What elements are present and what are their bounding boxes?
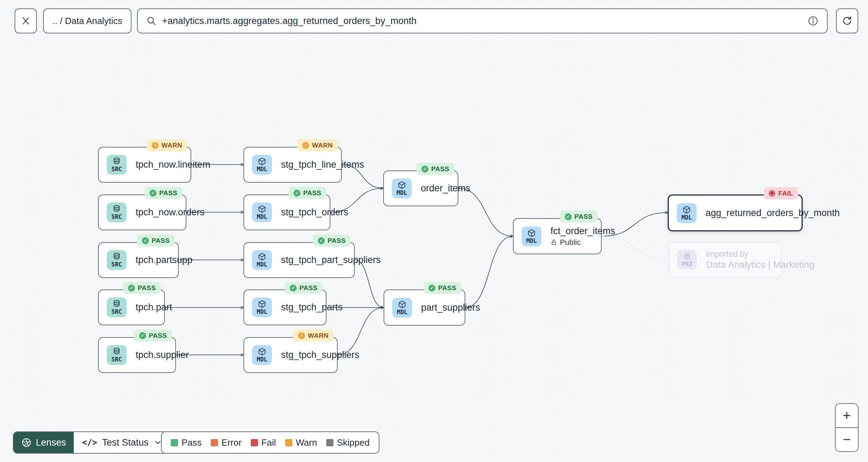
status-pass-icon: ✓ — [290, 285, 297, 292]
graph-node-part_suppliers[interactable]: ✓PASSMDLpart_suppliers — [384, 289, 465, 326]
kind-label: SRC — [111, 309, 122, 315]
kind-label: MDL — [257, 357, 267, 363]
cube-icon — [257, 205, 267, 214]
mdl-badge: MDL — [677, 203, 697, 223]
kind-label: MDL — [257, 262, 267, 268]
node-label: part_suppliers — [421, 302, 480, 313]
status-badge: !WARN — [297, 139, 338, 151]
status-badge: !WARN — [293, 329, 333, 342]
zoom-in-button[interactable]: + — [836, 404, 858, 428]
breadcrumb[interactable]: .. / Data Analytics — [43, 8, 131, 33]
status-label: PASS — [149, 332, 167, 340]
kind-label: SRC — [111, 166, 122, 173]
graph-node-tpch_now_lineitem[interactable]: !WARNSRCtpch_now.lineitem — [98, 147, 191, 183]
status-label: PASS — [299, 284, 318, 292]
node-access-label: Public — [560, 238, 581, 247]
kind-label: MDL — [257, 166, 267, 173]
status-badge: ✓PASS — [137, 234, 175, 247]
node-label: tpch_now.orders — [136, 207, 204, 218]
kind-label: MDL — [397, 309, 408, 316]
graph-node-stg_tpch_part_suppliers[interactable]: ✓PASSMDLstg_tpch_part_suppliers — [243, 242, 355, 278]
cube-icon — [257, 300, 267, 309]
status-badge: ✓PASS — [285, 282, 322, 294]
graph-node-stg_tpch_parts[interactable]: ✓PASSMDLstg_tpch_parts — [243, 289, 327, 325]
legend-item-skipped: Skipped — [326, 437, 370, 448]
mdl-badge: MDL — [392, 298, 412, 318]
graph-node-tpch_part[interactable]: ✓PASSSRCtpch.part — [98, 289, 165, 325]
status-badge: ✓PASS — [289, 187, 326, 199]
status-label: PASS — [438, 284, 456, 292]
kind-label: SRC — [111, 214, 122, 220]
prj-badge: PRJ — [677, 250, 697, 270]
status-label: WARN — [308, 332, 329, 340]
graph-node-tpch_partsupp[interactable]: ✓PASSSRCtpch.partsupp — [98, 242, 179, 278]
cube-icon — [257, 347, 267, 357]
src-badge: SRC — [107, 202, 127, 222]
status-label: PASS — [152, 237, 170, 245]
refresh-icon — [842, 15, 853, 26]
node-label: tpch.part — [136, 302, 172, 313]
kind-label: MDL — [257, 214, 267, 220]
search-input[interactable] — [162, 16, 802, 26]
status-label: PASS — [159, 189, 177, 197]
close-icon — [21, 16, 31, 26]
kind-label: MDL — [681, 215, 692, 221]
close-button[interactable] — [15, 8, 37, 33]
lock-open-icon — [550, 239, 557, 246]
kind-label: PRJ — [682, 261, 692, 268]
database-icon — [112, 347, 121, 357]
status-fail-icon: ✕ — [769, 190, 775, 197]
graph-node-stg_tpch_suppliers[interactable]: !WARNMDLstg_tpch_suppliers — [243, 337, 338, 373]
status-badge: ✓PASS — [123, 282, 161, 294]
src-badge: SRC — [107, 297, 127, 317]
status-badge: ✓PASS — [313, 234, 351, 247]
lenses-button[interactable]: Lenses — [14, 432, 74, 453]
status-pass-icon: ✓ — [428, 285, 435, 292]
mdl-badge: MDL — [252, 297, 272, 317]
status-badge: ✓PASS — [145, 187, 182, 199]
zoom-out-button[interactable]: − — [836, 428, 858, 451]
lineage-edge — [355, 260, 384, 308]
legend-swatch — [251, 439, 258, 446]
graph-node-fct_order_items[interactable]: ✓PASSMDLfct_order_itemsPublic — [513, 218, 602, 254]
src-badge: SRC — [107, 250, 127, 270]
info-icon[interactable] — [807, 15, 819, 26]
database-icon — [112, 205, 121, 214]
cube-icon — [397, 300, 407, 309]
status-badge: ✓PASS — [134, 329, 172, 342]
kind-label: MDL — [526, 238, 537, 244]
graph-node-stg_tpch_orders[interactable]: ✓PASSMDLstg_tpch_orders — [243, 194, 330, 230]
search-icon — [146, 16, 156, 26]
legend-item-error: Error — [211, 437, 242, 448]
graph-node-order_items[interactable]: ✓PASSMDLorder_items — [383, 170, 458, 206]
cube-icon — [257, 252, 267, 262]
cube-icon — [257, 157, 267, 166]
mdl-badge: MDL — [522, 226, 541, 246]
status-badge: !WARN — [147, 139, 187, 151]
search-bar — [137, 8, 828, 33]
node-imported-by: Imported by — [706, 249, 814, 259]
mdl-badge: MDL — [252, 250, 272, 270]
cube-icon — [397, 181, 407, 190]
legend-swatch — [285, 439, 292, 446]
graph-node-stg_tpch_line_items[interactable]: !WARNMDLstg_tpch_line_items — [243, 147, 342, 183]
status-pass-icon: ✓ — [139, 332, 146, 339]
graph-node-tpch_supplier[interactable]: ✓PASSSRCtpch.supplier — [98, 337, 176, 373]
legend-swatch — [211, 439, 218, 446]
node-text: Imported byData Analytics | Marketing — [706, 249, 814, 270]
lens-selector[interactable]: </> Test Status — [74, 432, 171, 453]
status-pass-icon: ✓ — [421, 166, 428, 173]
status-pass-icon: ✓ — [565, 213, 572, 220]
refresh-button[interactable] — [836, 8, 858, 33]
lens-selector-label: Test Status — [102, 437, 148, 448]
graph-node-tpch_now_orders[interactable]: ✓PASSSRCtpch_now.orders — [98, 194, 186, 230]
src-badge: SRC — [107, 155, 127, 175]
status-pass-icon: ✓ — [150, 190, 156, 197]
graph-node-imported_project[interactable]: PRJImported byData Analytics | Marketing — [668, 242, 782, 278]
node-label: stg_tpch_suppliers — [281, 350, 359, 360]
node-label: tpch.supplier — [136, 350, 189, 360]
status-label: WARN — [161, 142, 182, 149]
graph-node-agg_returned_orders_by_month[interactable]: ✕FAILMDLagg_returned_orders_by_month — [668, 194, 803, 231]
node-project-name: Data Analytics | Marketing — [706, 260, 814, 270]
node-label: tpch.partsupp — [136, 255, 193, 265]
